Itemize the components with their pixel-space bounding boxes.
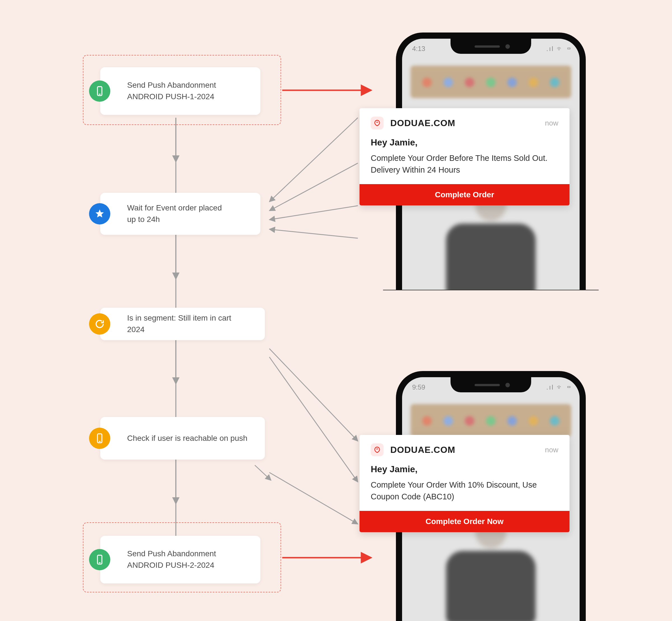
push-cta-button[interactable]: Complete Order Now [360, 511, 570, 532]
blurred-app-banner [410, 404, 571, 437]
svg-line-13 [269, 229, 358, 238]
blurred-app-banner [410, 66, 571, 98]
svg-line-10 [269, 118, 358, 202]
flow-step-check-reachable[interactable]: Check if user is reachable on push [100, 417, 265, 460]
push-cta-button[interactable]: Complete Order [360, 184, 570, 205]
phone-notch [451, 38, 531, 54]
status-time: 4:13 [412, 45, 425, 53]
blurred-product [440, 517, 541, 621]
flow-step-send-push-1[interactable]: Send Push Abandonment ANDROID PUSH-1-202… [100, 67, 260, 115]
flow-step-label: Send Push Abandonment ANDROID PUSH-1-202… [127, 80, 245, 102]
svg-line-11 [269, 163, 358, 211]
app-name: DODUAE.COM [390, 445, 455, 455]
phone-icon [89, 428, 110, 449]
svg-line-16 [269, 472, 358, 524]
flow-step-send-push-2[interactable]: Send Push Abandonment ANDROID PUSH-2-202… [100, 536, 260, 583]
refresh-icon [89, 313, 110, 335]
svg-line-14 [269, 348, 358, 441]
star-icon [89, 203, 110, 224]
push-message: Complete Your Order With 10% Discount, U… [371, 479, 558, 502]
push-timestamp: now [545, 119, 558, 127]
status-icons: .ıl ᯤ ▭ [546, 45, 571, 53]
phone-icon [89, 549, 110, 570]
push-timestamp: now [545, 446, 558, 454]
push-message: Complete Your Order Before The Items Sol… [371, 152, 558, 176]
flow-step-label: Wait for Event order placed up to 24h [127, 202, 222, 225]
flow-step-segment[interactable]: Is in segment: Still item in cart 2024 [100, 308, 265, 340]
push-greeting: Hey Jamie, [371, 464, 558, 474]
flow-step-label: Send Push Abandonment ANDROID PUSH-2-202… [127, 548, 245, 571]
phone-icon [89, 80, 110, 102]
push-notification-1[interactable]: DODUAE.COM now Hey Jamie, Complete Your … [360, 108, 570, 205]
svg-line-17 [255, 465, 271, 480]
flow-step-wait-event[interactable]: Wait for Event order placed up to 24h [100, 193, 260, 235]
push-greeting: Hey Jamie, [371, 137, 558, 148]
svg-line-12 [269, 206, 358, 220]
status-icons: .ıl ᯤ ▭ [546, 383, 571, 391]
status-time: 9:59 [412, 383, 425, 391]
phone-notch [451, 377, 531, 392]
push-notification-2[interactable]: DODUAE.COM now Hey Jamie, Complete Your … [360, 435, 570, 532]
svg-line-15 [269, 357, 358, 482]
phone-ground-1 [383, 290, 599, 290]
app-name: DODUAE.COM [390, 118, 455, 128]
flow-step-label: Is in segment: Still item in cart 2024 [127, 313, 249, 335]
app-icon [371, 443, 384, 456]
app-icon [371, 117, 384, 129]
flow-step-label: Check if user is reachable on push [127, 433, 248, 444]
